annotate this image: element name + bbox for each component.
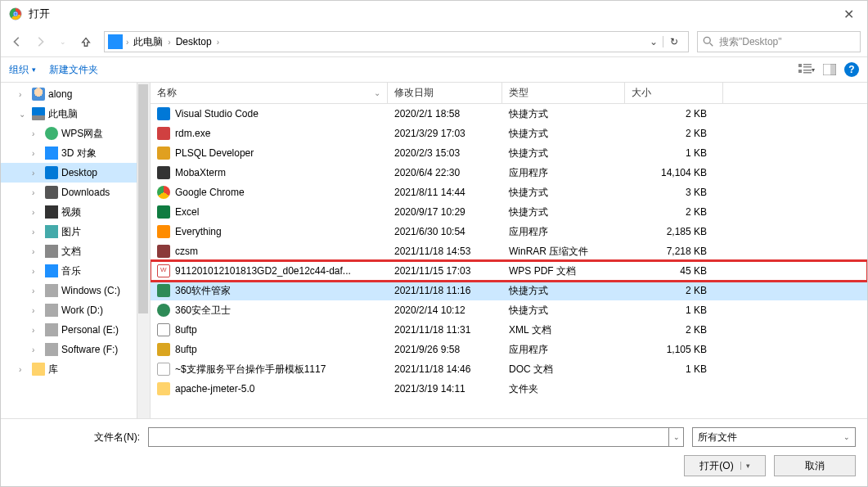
file-row[interactable]: Visual Studio Code2020/2/1 18:58快捷方式2 KB xyxy=(151,104,867,124)
sidebar-item[interactable]: ›库 xyxy=(1,359,150,379)
file-type: WinRAR 压缩文件 xyxy=(502,245,625,259)
file-size: 14,104 KB xyxy=(625,167,723,178)
preview-pane-icon[interactable] xyxy=(821,61,838,78)
help-icon[interactable]: ? xyxy=(844,62,859,77)
sidebar-item[interactable]: ›音乐 xyxy=(1,261,150,281)
sidebar-item[interactable]: ›图片 xyxy=(1,222,150,241)
back-button[interactable] xyxy=(7,32,27,52)
file-row[interactable]: 360安全卫士2020/2/14 10:12快捷方式1 KB xyxy=(151,300,867,320)
sidebar-item[interactable]: ›3D 对象 xyxy=(1,143,150,163)
column-size[interactable]: 大小 xyxy=(625,83,723,103)
file-row[interactable]: MobaXterm2020/6/4 22:30应用程序14,104 KB xyxy=(151,163,867,183)
file-size: 2,185 KB xyxy=(625,226,723,237)
sidebar-item[interactable]: ›Work (D:) xyxy=(1,300,150,320)
forward-button[interactable] xyxy=(30,32,50,52)
folder-icon xyxy=(45,264,58,277)
file-row[interactable]: PLSQL Developer2020/2/3 15:03快捷方式1 KB xyxy=(151,143,867,163)
file-date: 2020/9/17 10:29 xyxy=(388,206,502,218)
organize-button[interactable]: 组织 ▾ xyxy=(9,63,36,77)
new-folder-button[interactable]: 新建文件夹 xyxy=(49,63,98,77)
file-row[interactable]: apache-jmeter-5.02021/3/19 14:11文件夹 xyxy=(151,379,867,399)
view-mode-icon[interactable]: ▾ xyxy=(798,61,815,78)
sidebar-item[interactable]: ›Windows (C:) xyxy=(1,281,150,300)
sidebar-item[interactable]: ›WPS网盘 xyxy=(1,124,150,143)
folder-icon xyxy=(45,225,58,238)
file-row[interactable]: 8uftp2021/11/18 11:31XML 文档2 KB xyxy=(151,320,867,340)
scrollbar[interactable] xyxy=(137,83,150,418)
chevron-down-icon[interactable]: ▾ xyxy=(740,462,750,470)
breadcrumb-part[interactable]: 此电脑 xyxy=(128,35,168,49)
expander-icon[interactable]: › xyxy=(32,306,42,315)
expander-icon[interactable]: › xyxy=(19,90,29,99)
file-row[interactable]: Google Chrome2021/8/11 14:44快捷方式3 KB xyxy=(151,183,867,202)
sidebar-item[interactable]: ›Desktop xyxy=(1,163,150,183)
file-row[interactable]: czsm2021/11/18 14:53WinRAR 压缩文件7,218 KB xyxy=(151,241,867,261)
file-row[interactable]: rdm.exe2021/3/29 17:03快捷方式2 KB xyxy=(151,124,867,143)
filename-field[interactable] xyxy=(149,428,668,446)
file-row[interactable]: 360软件管家2021/11/18 11:16快捷方式2 KB xyxy=(151,281,867,300)
sidebar-item[interactable]: ›Downloads xyxy=(1,183,150,202)
chevron-down-icon[interactable]: ⌄ xyxy=(668,428,683,446)
expander-icon[interactable]: › xyxy=(32,345,42,354)
file-name: Everything xyxy=(175,226,222,237)
sidebar-item[interactable]: ›视频 xyxy=(1,202,150,222)
sidebar-item[interactable]: ›along xyxy=(1,84,150,104)
expander-icon[interactable]: › xyxy=(32,286,42,295)
file-row[interactable]: 911201012101813GD2_d0e12c44-daf...2021/1… xyxy=(151,261,867,281)
expander-icon[interactable]: › xyxy=(32,267,42,276)
file-row[interactable]: ~$支撑服务平台操作手册模板11172021/11/18 14:46DOC 文档… xyxy=(151,359,867,379)
expander-icon[interactable]: › xyxy=(32,208,42,217)
folder-icon xyxy=(45,166,58,179)
expander-icon[interactable]: › xyxy=(32,129,42,138)
sidebar-item-label: Windows (C:) xyxy=(61,285,120,296)
sidebar-item[interactable]: ⌄此电脑 xyxy=(1,104,150,124)
refresh-icon[interactable]: ↻ xyxy=(663,36,685,47)
folder-icon xyxy=(32,88,45,101)
svg-point-5 xyxy=(704,37,710,43)
file-row[interactable]: Excel2020/9/17 10:29快捷方式2 KB xyxy=(151,202,867,222)
expander-icon[interactable]: › xyxy=(32,326,42,335)
file-type: 应用程序 xyxy=(502,343,625,357)
scrollbar-thumb[interactable] xyxy=(138,84,148,313)
file-size: 3 KB xyxy=(625,187,723,198)
file-date: 2021/8/11 14:44 xyxy=(388,187,502,198)
file-type: 应用程序 xyxy=(502,225,625,239)
sidebar-item[interactable]: ›Personal (E:) xyxy=(1,320,150,340)
filename-input[interactable]: ⌄ xyxy=(148,427,684,447)
file-row[interactable]: Everything2021/6/30 10:54应用程序2,185 KB xyxy=(151,222,867,241)
up-button[interactable] xyxy=(76,32,96,52)
chevron-down-icon[interactable]: ⌄ xyxy=(645,36,663,47)
column-date[interactable]: 修改日期 xyxy=(388,83,502,103)
expander-icon[interactable]: ⌄ xyxy=(19,110,29,119)
expander-icon[interactable]: › xyxy=(19,365,29,374)
file-date: 2020/2/14 10:12 xyxy=(388,304,502,316)
breadcrumb[interactable]: › 此电脑 › Desktop › ⌄ ↻ xyxy=(104,31,689,52)
open-button[interactable]: 打开(O)▾ xyxy=(684,455,766,476)
file-type-filter[interactable]: 所有文件 ⌄ xyxy=(692,427,856,447)
folder-icon xyxy=(32,107,45,120)
filename-label: 文件名(N): xyxy=(12,431,140,444)
expander-icon[interactable]: › xyxy=(32,149,42,158)
file-name: MobaXterm xyxy=(175,167,226,178)
sidebar-item[interactable]: ›文档 xyxy=(1,241,150,261)
file-row[interactable]: 8uftp2021/9/26 9:58应用程序1,105 KB xyxy=(151,340,867,359)
sidebar-item-label: 视频 xyxy=(61,205,81,219)
expander-icon[interactable]: › xyxy=(32,247,42,256)
close-icon[interactable]: ✕ xyxy=(839,7,859,22)
expander-icon[interactable]: › xyxy=(32,188,42,197)
file-name: 911201012101813GD2_d0e12c44-daf... xyxy=(175,265,351,277)
recent-dropdown-icon[interactable]: ⌄ xyxy=(53,32,73,52)
expander-icon[interactable]: › xyxy=(32,169,42,178)
cancel-button[interactable]: 取消 xyxy=(774,455,856,476)
svg-rect-9 xyxy=(803,66,812,68)
column-name[interactable]: 名称⌄ xyxy=(151,83,388,103)
column-type[interactable]: 类型 xyxy=(502,83,625,103)
titlebar: 打开 ✕ xyxy=(1,1,867,27)
file-date: 2021/9/26 9:58 xyxy=(388,344,502,355)
sidebar-item[interactable]: ›Software (F:) xyxy=(1,340,150,359)
sidebar-item-label: 文档 xyxy=(61,245,81,259)
breadcrumb-part[interactable]: Desktop xyxy=(171,36,217,47)
search-input[interactable]: 搜索"Desktop" xyxy=(697,31,861,52)
chevron-right-icon[interactable]: › xyxy=(217,38,219,47)
expander-icon[interactable]: › xyxy=(32,228,42,237)
